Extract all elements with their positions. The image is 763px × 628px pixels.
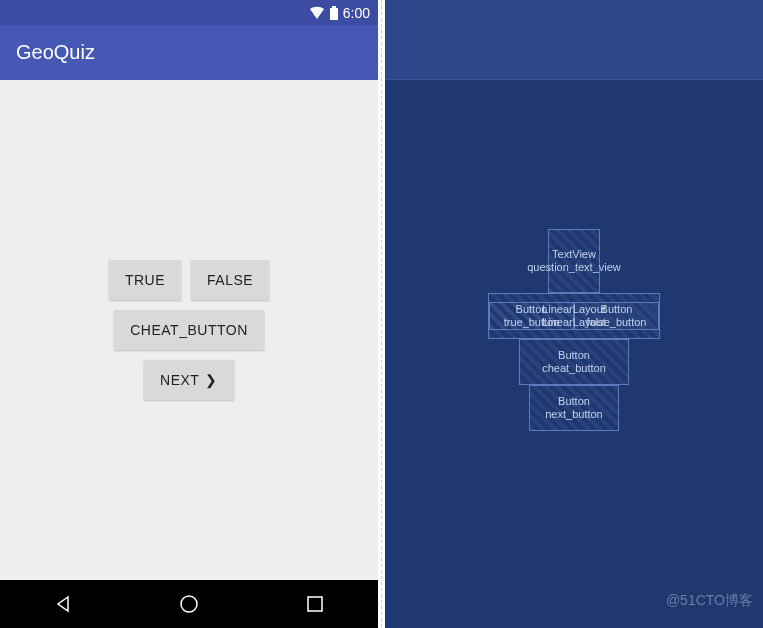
next-button[interactable]: NEXT ❯ [144, 360, 234, 400]
wifi-icon [309, 6, 325, 20]
svg-rect-0 [330, 8, 338, 20]
status-bar: 6:00 [0, 0, 378, 25]
recent-apps-icon[interactable] [303, 592, 327, 616]
blueprint-false-button[interactable]: Button false_button [574, 302, 659, 330]
blueprint-textview-id: question_text_view [527, 261, 621, 274]
blueprint-textview-type: TextView [552, 248, 596, 261]
true-false-row: TRUE FALSE [109, 260, 269, 300]
panel-divider [378, 0, 385, 628]
next-button-label: NEXT [160, 372, 199, 388]
chevron-right-icon: ❯ [205, 372, 218, 388]
blueprint-false-id: false_button [587, 316, 647, 329]
svg-point-2 [181, 596, 197, 612]
content-area: TRUE FALSE CHEAT_BUTTON NEXT ❯ [0, 80, 378, 580]
blueprint-panel: TextView question_text_view Button true_… [385, 0, 763, 628]
navigation-bar [0, 580, 378, 628]
blueprint-area: TextView question_text_view Button true_… [385, 80, 763, 580]
blueprint-cheat-type: Button [558, 349, 590, 362]
blueprint-true-button[interactable]: Button true_button [489, 302, 574, 330]
svg-rect-1 [332, 6, 336, 8]
app-bar: GeoQuiz [0, 25, 378, 80]
blueprint-true-type: Button [516, 303, 548, 316]
status-time: 6:00 [343, 5, 370, 21]
blueprint-false-type: Button [601, 303, 633, 316]
blueprint-cheat-id: cheat_button [542, 362, 606, 375]
blueprint-topbar [385, 0, 763, 80]
blueprint-next-button[interactable]: Button next_button [529, 385, 619, 431]
blueprint-next-id: next_button [545, 408, 603, 421]
watermark: @51CTO博客 [666, 592, 753, 610]
blueprint-next-type: Button [558, 395, 590, 408]
false-button[interactable]: FALSE [191, 260, 269, 300]
svg-rect-3 [308, 597, 322, 611]
back-icon[interactable] [51, 592, 75, 616]
blueprint-textview[interactable]: TextView question_text_view [548, 229, 600, 293]
battery-icon [329, 6, 339, 20]
app-title: GeoQuiz [16, 41, 95, 64]
app-preview-panel: 6:00 GeoQuiz TRUE FALSE CHEAT_BUTTON NEX… [0, 0, 378, 628]
blueprint-cheat-button[interactable]: Button cheat_button [519, 339, 629, 385]
cheat-button[interactable]: CHEAT_BUTTON [114, 310, 264, 350]
home-icon[interactable] [177, 592, 201, 616]
blueprint-true-id: true_button [504, 316, 560, 329]
blueprint-linearlayout[interactable]: Button true_button Button false_button L… [488, 293, 660, 339]
true-button[interactable]: TRUE [109, 260, 181, 300]
